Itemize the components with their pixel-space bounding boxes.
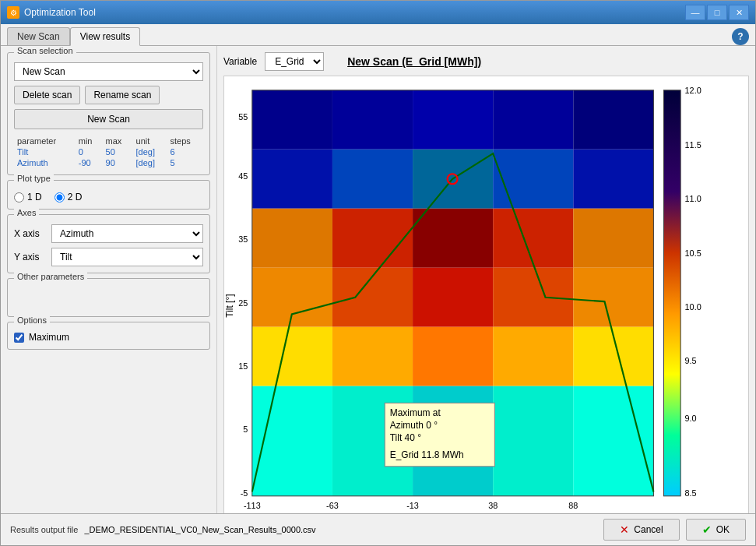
help-button[interactable]: ? [732, 28, 749, 45]
options-group: Options Maximum [7, 322, 210, 350]
tooltip-line4: E_Grid 11.8 MWh [390, 449, 464, 460]
param-header-row: parameter min max unit steps [14, 136, 203, 146]
cell-2-1 [332, 209, 413, 268]
other-params-group: Other parameters [7, 278, 210, 317]
chart-svg: 55 45 35 25 15 5 -5 Tilt [°] [224, 76, 748, 513]
scan-btn-row: Delete scan Rename scan [14, 86, 203, 104]
results-label: Results output file [10, 525, 78, 534]
cell-5-4 [573, 386, 653, 496]
title-bar: ⚙ Optimization Tool — □ ✕ [1, 1, 755, 24]
radio-2d-input[interactable] [55, 192, 65, 203]
cancel-icon: ✕ [620, 523, 629, 536]
maximum-checkbox[interactable] [14, 333, 24, 343]
cancel-label: Cancel [634, 524, 663, 535]
tooltip-line2: Azimuth 0 ° [390, 420, 438, 431]
radio-2d[interactable]: 2 D [55, 192, 83, 203]
cell-2-0 [252, 209, 332, 268]
azimuth-min: -90 [76, 157, 103, 168]
tooltip-line3: Tilt 40 ° [390, 432, 421, 443]
y-tick-5: 5 [243, 424, 248, 434]
axes-group: Axes X axis Azimuth Y axis Tilt [7, 214, 210, 273]
variable-dropdown[interactable]: E_Grid [265, 52, 324, 71]
right-panel: Variable E_Grid New Scan (E_Grid [MWh]) … [217, 46, 755, 513]
cb-label-10: 10.0 [685, 302, 701, 312]
scan-dropdown[interactable]: New Scan [14, 62, 203, 81]
y-tick-15: 15 [238, 361, 248, 371]
minimize-button[interactable]: — [685, 5, 705, 20]
colorbar-rect [663, 90, 680, 496]
cancel-button[interactable]: ✕ Cancel [603, 519, 679, 541]
col-steps: steps [167, 136, 203, 146]
cb-label-95: 9.5 [685, 356, 697, 365]
main-content: Scan selection New Scan Delete scan Rena… [1, 46, 755, 513]
cell-0-4 [573, 90, 653, 150]
cb-label-12: 12.0 [685, 86, 701, 95]
col-max: max [103, 136, 133, 146]
x-tick-63: -63 [326, 501, 339, 510]
tab-view-results[interactable]: View results [70, 27, 140, 46]
cell-1-1 [332, 150, 413, 209]
app-icon: ⚙ [7, 6, 19, 19]
x-tick-113: -113 [244, 501, 261, 510]
ok-label: OK [716, 524, 730, 535]
tab-new-scan[interactable]: New Scan [7, 27, 70, 45]
cell-0-2 [413, 90, 493, 150]
other-params-title: Other parameters [14, 272, 87, 281]
tooltip-line1: Maximum at [390, 407, 441, 418]
cell-0-3 [493, 90, 573, 150]
radio-row: 1 D 2 D [14, 192, 203, 203]
tilt-name: Tilt [14, 146, 76, 157]
results-file-section: Results output file _DEMO_RESIDENTIAL_VC… [10, 525, 316, 534]
new-scan-button[interactable]: New Scan [14, 109, 203, 129]
x-axis-dropdown[interactable]: Azimuth [51, 224, 203, 243]
cell-1-0 [252, 150, 332, 209]
tilt-max: 50 [103, 146, 133, 157]
ok-button[interactable]: ✔ OK [686, 519, 746, 541]
chart-title: New Scan (E_Grid [MWh]) [347, 55, 481, 68]
rename-scan-button[interactable]: Rename scan [85, 86, 160, 104]
cell-3-3 [493, 268, 573, 327]
x-tick-38: 38 [488, 501, 498, 510]
variable-label: Variable [223, 56, 257, 67]
window-title: Optimization Tool [24, 7, 96, 18]
radio-1d-input[interactable] [14, 192, 24, 203]
ok-icon: ✔ [702, 523, 712, 536]
cell-4-3 [493, 327, 573, 386]
y-axis-label: Y axis [14, 252, 45, 262]
x-axis-label: X axis [14, 228, 45, 239]
cb-label-115: 11.5 [685, 140, 701, 150]
cb-label-11: 11.0 [685, 194, 701, 203]
close-button[interactable]: ✕ [729, 5, 749, 20]
cell-1-3 [493, 150, 573, 209]
cell-1-4 [573, 150, 653, 209]
maximum-label: Maximum [29, 332, 69, 343]
tilt-min: 0 [76, 146, 103, 157]
title-bar-left: ⚙ Optimization Tool [7, 6, 96, 19]
chart-area: 55 45 35 25 15 5 -5 Tilt [°] [223, 76, 749, 513]
radio-1d[interactable]: 1 D [14, 192, 42, 203]
y-axis-dropdown[interactable]: Tilt [51, 248, 203, 266]
radio-1d-label: 1 D [27, 192, 42, 203]
y-tick-55: 55 [238, 112, 248, 122]
plot-type-group: Plot type 1 D 2 D [7, 180, 210, 210]
cell-2-2 [413, 209, 493, 268]
chart-header: Variable E_Grid New Scan (E_Grid [MWh]) [223, 52, 749, 71]
delete-scan-button[interactable]: Delete scan [14, 86, 80, 104]
tilt-steps: 6 [167, 146, 203, 157]
radio-2d-label: 2 D [68, 192, 83, 203]
left-panel: Scan selection New Scan Delete scan Rena… [1, 46, 217, 513]
cell-3-2 [413, 268, 493, 327]
cell-0-1 [332, 90, 413, 150]
bottom-buttons: ✕ Cancel ✔ OK [603, 519, 746, 541]
cell-4-0 [252, 327, 332, 386]
maximize-button[interactable]: □ [707, 5, 727, 20]
y-tick-35: 35 [238, 234, 248, 244]
param-row-azimuth: Azimuth -90 90 [deg] 5 [14, 157, 203, 168]
azimuth-steps: 5 [167, 157, 203, 168]
cell-2-4 [573, 209, 653, 268]
cell-0-0 [252, 90, 332, 150]
window-controls: — □ ✕ [685, 5, 749, 20]
x-tick-88: 88 [568, 501, 578, 510]
y-tick-45: 45 [238, 171, 248, 181]
azimuth-max: 90 [103, 157, 133, 168]
